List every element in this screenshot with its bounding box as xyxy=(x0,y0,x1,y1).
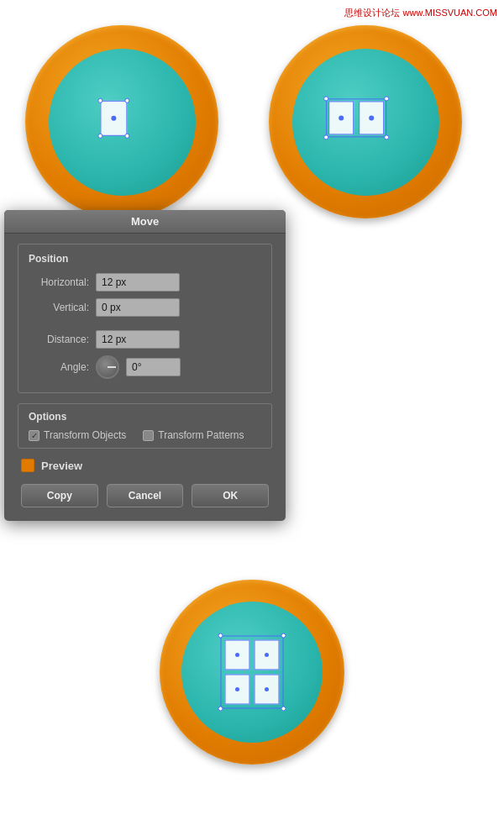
grid-selection-wrapper xyxy=(225,640,280,705)
grid-cell-br xyxy=(255,675,280,705)
transform-patterns-label: Transform Patterns xyxy=(158,429,244,441)
circle-3-outer xyxy=(160,580,344,765)
handle-tr xyxy=(281,633,286,638)
grid-cell-bl xyxy=(225,675,250,705)
move-dialog: Move Position Horizontal: Vertical: Dist… xyxy=(4,210,286,521)
circle-2 xyxy=(269,25,462,218)
circle-1-outer xyxy=(25,25,218,218)
bottom-section xyxy=(0,546,504,765)
options-title: Options xyxy=(29,411,261,423)
handle-bl xyxy=(218,707,223,712)
position-group: Position Horizontal: Vertical: Distance:… xyxy=(18,244,272,393)
transform-patterns-item[interactable]: Transform Patterns xyxy=(143,429,244,441)
circle-2-inner xyxy=(292,49,439,196)
dialog-buttons: Copy Cancel OK xyxy=(18,484,272,507)
dot-tr xyxy=(265,653,269,657)
grid-outer xyxy=(225,640,280,705)
angle-input[interactable] xyxy=(126,358,181,376)
handle-bl xyxy=(97,134,102,139)
handle-br xyxy=(124,134,129,139)
handle-br xyxy=(384,134,389,139)
handle-tl xyxy=(218,633,223,638)
transform-objects-checkbox[interactable] xyxy=(29,430,39,441)
transform-patterns-checkbox[interactable] xyxy=(143,430,154,441)
handle-br xyxy=(281,707,286,712)
horizontal-row: Horizontal: xyxy=(29,273,261,292)
angle-dial[interactable] xyxy=(96,355,119,379)
dot-2 xyxy=(369,115,374,120)
dialog-body: Position Horizontal: Vertical: Distance:… xyxy=(4,234,286,521)
handle-tl xyxy=(97,98,102,103)
ok-button[interactable]: OK xyxy=(192,484,269,507)
dialog-title: Move xyxy=(4,210,286,234)
dot-bl xyxy=(235,687,239,691)
horizontal-input[interactable] xyxy=(96,273,180,292)
cancel-button[interactable]: Cancel xyxy=(107,484,184,507)
center-dot xyxy=(111,116,116,121)
circle-3-inner xyxy=(181,602,323,743)
vertical-label: Vertical: xyxy=(29,302,96,313)
distance-input[interactable] xyxy=(96,330,180,349)
circle-2-outer xyxy=(269,25,462,218)
angle-row: Angle: xyxy=(29,355,261,379)
bottom-circle-section xyxy=(0,546,504,765)
grid-cell-tr xyxy=(255,640,280,670)
copy-button[interactable]: Copy xyxy=(21,484,98,507)
options-group: Options Transform Objects Transform Patt… xyxy=(18,403,272,449)
angle-label: Angle: xyxy=(29,361,96,373)
multi-selection xyxy=(326,98,386,137)
vertical-row: Vertical: xyxy=(29,298,261,317)
dial-indicator xyxy=(108,366,116,368)
dot-br xyxy=(265,687,269,691)
position-title: Position xyxy=(29,253,261,265)
dot-1 xyxy=(339,115,344,120)
horizontal-label: Horizontal: xyxy=(29,276,96,288)
transform-objects-item[interactable]: Transform Objects xyxy=(29,429,126,441)
rect-2 xyxy=(359,101,384,134)
checkbox-row: Transform Objects Transform Patterns xyxy=(29,429,261,441)
vertical-input[interactable] xyxy=(96,298,180,317)
handle-bl xyxy=(323,134,328,139)
rect-selection-1 xyxy=(100,101,127,136)
distance-row: Distance: xyxy=(29,330,261,349)
circle-1 xyxy=(25,25,218,218)
watermark: 思维设计论坛 www.MISSVUAN.COM xyxy=(344,7,497,19)
top-circles-section xyxy=(0,0,504,235)
circle-1-inner xyxy=(49,49,196,196)
grid-cell-tl xyxy=(225,640,250,670)
preview-row: Preview xyxy=(18,459,272,472)
preview-checkbox[interactable] xyxy=(21,459,34,472)
handle-tr xyxy=(384,96,389,101)
distance-label: Distance: xyxy=(29,334,96,345)
preview-label: Preview xyxy=(41,460,82,472)
rect-1 xyxy=(328,101,354,134)
transform-objects-label: Transform Objects xyxy=(44,429,126,441)
handle-tr xyxy=(124,98,129,103)
dot-tl xyxy=(235,653,239,657)
